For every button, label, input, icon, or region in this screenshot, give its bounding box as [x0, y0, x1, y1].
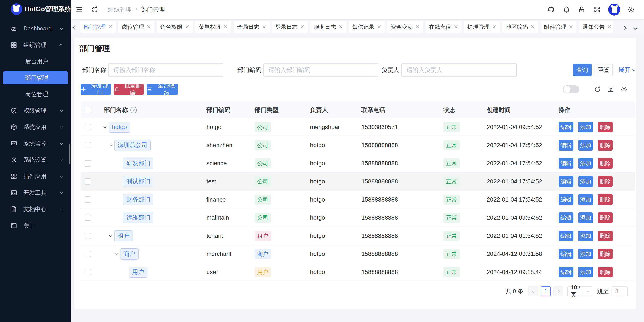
tab-close-icon[interactable]: ✕ — [377, 24, 381, 30]
lock-icon[interactable] — [578, 5, 586, 14]
tree-collapse-icon[interactable] — [109, 144, 112, 147]
add-button[interactable]: 添加 — [578, 176, 593, 187]
refresh-icon[interactable] — [90, 5, 99, 14]
delete-button[interactable]: 删除 — [598, 140, 613, 151]
delete-button[interactable]: 删除 — [598, 122, 613, 132]
tab-close-icon[interactable]: ✕ — [492, 24, 496, 30]
dept-name-tag[interactable]: hotgo — [109, 122, 130, 133]
avatar[interactable] — [608, 4, 620, 16]
collapse-menu-icon[interactable] — [75, 5, 84, 14]
edit-button[interactable]: 编辑 — [558, 194, 574, 205]
tab-close-icon[interactable]: ✕ — [300, 24, 304, 30]
gear-icon[interactable] — [627, 5, 636, 14]
sidebar-item-系统应用[interactable]: 系统应用 — [3, 121, 68, 134]
dept-code-input[interactable] — [264, 63, 378, 77]
next-page-button[interactable] — [553, 286, 563, 296]
current-page-button[interactable]: 1 — [541, 286, 551, 296]
delete-button[interactable]: 删除 — [598, 194, 613, 205]
tab-close-icon[interactable]: ✕ — [338, 24, 343, 30]
tab-岗位管理[interactable]: 岗位管理✕ — [118, 21, 154, 33]
tree-collapse-icon[interactable] — [103, 125, 106, 128]
tab-close-icon[interactable]: ✕ — [223, 24, 228, 30]
tab-close-icon[interactable]: ✕ — [146, 24, 151, 30]
sidebar-item-岗位管理[interactable]: 岗位管理 — [3, 88, 68, 101]
edit-button[interactable]: 编辑 — [558, 122, 574, 132]
row-checkbox[interactable] — [84, 142, 91, 148]
github-icon[interactable] — [547, 5, 555, 14]
edit-button[interactable]: 编辑 — [558, 140, 574, 151]
sidebar-item-开发工具[interactable]: 开发工具 — [3, 186, 68, 199]
help-icon[interactable]: ? — [130, 107, 137, 113]
add-button[interactable]: 添加 — [578, 158, 593, 169]
tab-菜单权限[interactable]: 菜单权限✕ — [195, 21, 231, 33]
row-checkbox[interactable] — [84, 178, 91, 185]
row-checkbox[interactable] — [84, 124, 91, 130]
table-refresh-icon[interactable] — [594, 86, 602, 93]
dept-name-tag[interactable]: 商户 — [120, 248, 138, 259]
tab-close-icon[interactable]: ✕ — [262, 24, 266, 30]
tab-全局日志[interactable]: 全局日志✕ — [234, 21, 269, 33]
tab-提现管理[interactable]: 提现管理✕ — [464, 21, 500, 33]
tab-资金变动[interactable]: 资金变动✕ — [387, 21, 423, 33]
tab-close-icon[interactable]: ✕ — [185, 24, 189, 30]
add-button[interactable]: 添加 — [578, 230, 593, 241]
dept-name-tag[interactable]: 用户 — [129, 266, 147, 278]
batch-delete-button[interactable]: 批量删除 — [114, 84, 144, 95]
add-button[interactable]: 添加 — [578, 249, 593, 259]
add-button[interactable]: 添加 — [578, 122, 593, 132]
striped-toggle[interactable] — [563, 85, 579, 93]
tab-close-icon[interactable]: ✕ — [530, 24, 535, 30]
delete-button[interactable]: 删除 — [598, 230, 613, 241]
add-button[interactable]: 添加 — [578, 194, 593, 205]
delete-button[interactable]: 删除 — [598, 249, 613, 259]
sidebar-item-系统监控[interactable]: 系统监控 — [3, 137, 68, 150]
sidebar-item-权限管理[interactable]: 权限管理 — [3, 104, 68, 117]
expand-link[interactable]: 展开 — [618, 63, 634, 77]
tab-服务日志[interactable]: 服务日志✕ — [310, 21, 346, 33]
sidebar-item-关于[interactable]: 关于 — [3, 219, 68, 232]
tabs-dropdown-icon[interactable] — [633, 24, 636, 31]
tab-通知公告[interactable]: 通知公告✕ — [579, 21, 613, 33]
tab-close-icon[interactable]: ✕ — [415, 24, 420, 30]
tab-角色权限[interactable]: 角色权限✕ — [157, 21, 193, 33]
breadcrumb-parent[interactable]: 组织管理 — [108, 6, 132, 14]
sidebar-item-后台用户[interactable]: 后台用户 — [3, 55, 68, 68]
sidebar-item-系统设置[interactable]: 系统设置 — [3, 153, 68, 167]
delete-button[interactable]: 删除 — [598, 267, 613, 277]
row-checkbox[interactable] — [84, 251, 91, 257]
tree-collapse-icon[interactable] — [109, 234, 112, 237]
edit-button[interactable]: 编辑 — [558, 230, 574, 241]
dept-name-tag[interactable]: 运维部门 — [123, 212, 154, 223]
bell-icon[interactable] — [562, 5, 571, 14]
table-settings-icon[interactable] — [620, 86, 628, 93]
fullscreen-icon[interactable] — [593, 5, 602, 14]
sidebar-item-组织管理[interactable]: 组织管理 — [3, 38, 68, 52]
row-checkbox[interactable] — [84, 269, 91, 275]
edit-button[interactable]: 编辑 — [558, 249, 574, 259]
tab-close-icon[interactable]: ✕ — [108, 24, 112, 30]
tab-close-icon[interactable]: ✕ — [569, 24, 573, 30]
row-checkbox[interactable] — [84, 160, 91, 167]
add-button[interactable]: 添加 — [578, 267, 593, 277]
tab-附件管理[interactable]: 附件管理✕ — [541, 21, 576, 33]
row-checkbox[interactable] — [84, 214, 91, 221]
tab-登录日志[interactable]: 登录日志✕ — [272, 21, 308, 33]
query-button[interactable]: 查询 — [573, 64, 592, 76]
edit-button[interactable]: 编辑 — [558, 267, 574, 277]
prev-page-button[interactable] — [528, 286, 538, 296]
dept-name-tag[interactable]: 测试部门 — [123, 176, 154, 187]
tab-地区编码[interactable]: 地区编码✕ — [502, 21, 538, 33]
add-button[interactable]: 添加 — [578, 212, 593, 223]
row-height-icon[interactable] — [607, 86, 614, 93]
dept-name-tag[interactable]: 深圳总公司 — [114, 140, 151, 151]
select-all-checkbox[interactable] — [84, 107, 91, 113]
tabs-scroll-left-icon[interactable] — [73, 24, 77, 31]
collapse-all-button[interactable]: 全部收起 — [146, 84, 178, 95]
sidebar-item-部门管理[interactable]: 部门管理 — [3, 71, 68, 85]
dept-name-tag[interactable]: 研发部门 — [123, 158, 154, 169]
leader-input[interactable] — [402, 63, 516, 77]
add-button[interactable]: 添加 — [578, 140, 593, 151]
delete-button[interactable]: 删除 — [598, 158, 613, 169]
dept-name-input[interactable] — [108, 63, 223, 77]
tree-collapse-icon[interactable] — [115, 252, 118, 255]
